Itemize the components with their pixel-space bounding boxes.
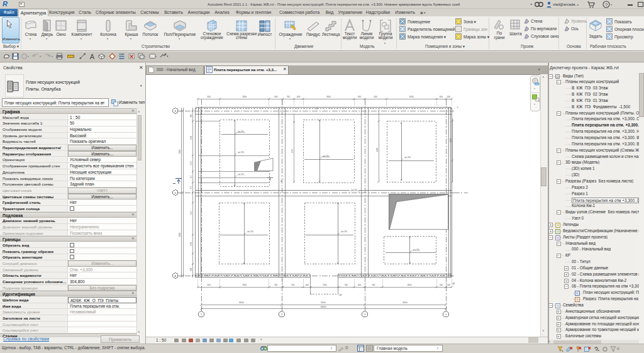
svg-text:600: 600 [208, 284, 211, 286]
svg-text:1500: 1500 [323, 284, 327, 286]
svg-text:шаг 200: шаг 200 [238, 151, 244, 154]
svg-text:900: 900 [291, 284, 294, 286]
svg-text:2t: 2t [316, 108, 318, 110]
svg-text:2Ø: 2Ø [339, 294, 342, 296]
svg-text:600: 600 [207, 96, 211, 98]
svg-text:шаг 200: шаг 200 [404, 156, 411, 159]
svg-text:?: ? [605, 2, 608, 8]
svg-text:3440: 3440 [450, 138, 452, 142]
svg-text:600: 600 [297, 96, 301, 98]
svg-text:3300: 3300 [242, 284, 247, 286]
svg-text:600: 600 [440, 284, 443, 286]
svg-text:A: A [90, 53, 95, 60]
svg-text:6600: 6600 [179, 232, 181, 237]
svg-text:800: 800 [345, 284, 348, 286]
svg-text:шаг 200: шаг 200 [341, 230, 347, 233]
svg-text:3000: 3000 [408, 284, 412, 286]
svg-text:шаг 200: шаг 200 [238, 173, 244, 176]
svg-text:300: 300 [447, 96, 451, 98]
svg-text:6000: 6000 [402, 301, 408, 304]
svg-text:600: 600 [374, 96, 378, 98]
svg-text:шаг 200: шаг 200 [238, 130, 244, 133]
svg-text:3000: 3000 [409, 96, 414, 98]
svg-text:900: 900 [372, 284, 375, 286]
svg-text:900: 900 [274, 96, 278, 98]
svg-text:600: 600 [358, 284, 361, 286]
svg-text:300: 300 [447, 284, 450, 286]
svg-text:900: 900 [190, 114, 192, 117]
svg-text:400: 400 [306, 284, 309, 286]
svg-text:3440: 3440 [291, 149, 294, 153]
svg-text:700: 700 [287, 96, 291, 98]
svg-text:600: 600 [440, 96, 443, 98]
svg-text:шаг 200: шаг 200 [413, 249, 419, 251]
svg-text:18000: 18000 [320, 306, 326, 308]
svg-text:900: 900 [190, 267, 192, 271]
svg-text:3300: 3300 [242, 96, 247, 98]
svg-text:3400: 3400 [326, 96, 331, 98]
svg-text:742: 742 [190, 186, 192, 189]
svg-text:9Ø: 9Ø [452, 283, 455, 285]
svg-text:шаг 200: шаг 200 [351, 189, 357, 191]
svg-text:2D: 2D [535, 83, 538, 86]
svg-text:3440: 3440 [376, 147, 379, 152]
svg-text:6000: 6000 [321, 301, 326, 304]
svg-text:6000: 6000 [239, 301, 244, 304]
svg-text:шаг 200: шаг 200 [247, 230, 253, 233]
svg-text:344: 344 [190, 175, 192, 178]
svg-text:→9: →9 [455, 106, 458, 109]
svg-text:3400: 3400 [190, 136, 192, 140]
svg-text:3400: 3400 [190, 242, 192, 246]
svg-text:900: 900 [358, 96, 362, 98]
svg-text:6600: 6600 [179, 149, 181, 154]
svg-text:шаг 200: шаг 200 [323, 155, 329, 157]
svg-text:3424: 3424 [190, 161, 192, 165]
svg-text:900: 900 [274, 284, 277, 286]
svg-text:3424: 3424 [190, 211, 192, 215]
